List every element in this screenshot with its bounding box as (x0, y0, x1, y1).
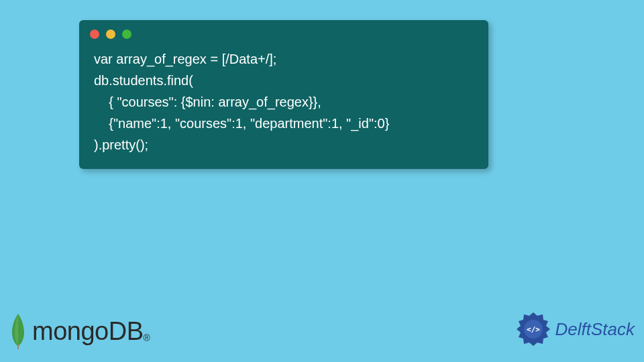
code-line: ).pretty(); (94, 137, 148, 152)
code-window: var array_of_regex = [/Data+/]; db.stude… (79, 20, 488, 169)
code-line: db.students.find( (94, 73, 193, 88)
mongodb-logo: mongoDB® (8, 312, 150, 350)
mongodb-leaf-icon (8, 312, 28, 350)
delftstack-logo: </> DelftStack (515, 311, 635, 347)
code-block: var array_of_regex = [/Data+/]; db.stude… (79, 46, 488, 158)
svg-text:</>: </> (527, 325, 540, 334)
mongodb-word: mongoDB (32, 317, 143, 345)
window-titlebar (79, 20, 488, 46)
minimize-icon (106, 29, 115, 39)
registered-icon: ® (143, 333, 150, 343)
code-line: {"name":1, "courses":1, "department":1, … (94, 116, 389, 131)
close-icon (90, 29, 99, 39)
delftstack-text: DelftStack (555, 319, 635, 340)
delftstack-badge-icon: </> (515, 311, 551, 347)
mongodb-text: mongoDB® (32, 317, 150, 346)
code-line: var array_of_regex = [/Data+/]; (94, 52, 276, 66)
code-line: { "courses": {$nin: array_of_regex}}, (94, 95, 321, 109)
svg-rect-0 (17, 345, 19, 349)
maximize-icon (122, 29, 131, 39)
